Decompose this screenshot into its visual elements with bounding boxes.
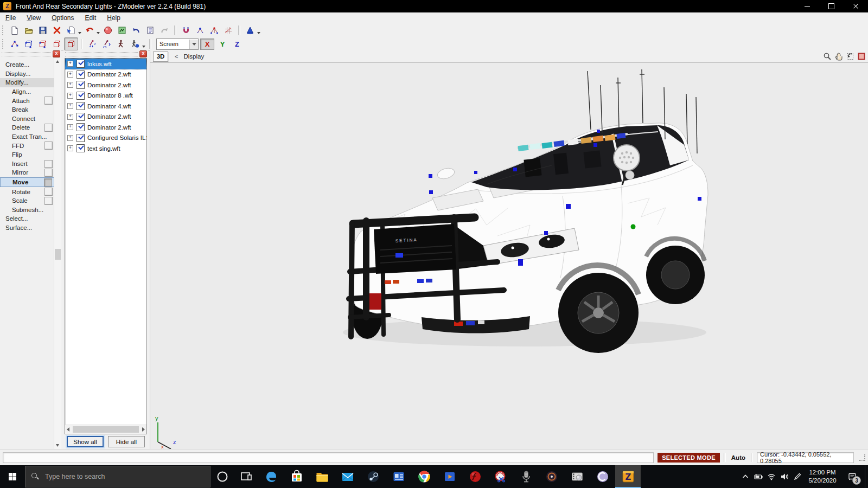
visibility-checkbox[interactable] — [76, 134, 85, 142]
taskbar-app-flash[interactable] — [462, 465, 488, 488]
dropdown-arrow-icon[interactable] — [97, 32, 100, 34]
menu-edit[interactable]: Edit — [80, 14, 102, 22]
redo-button[interactable] — [157, 24, 171, 37]
taskbar-app-steam[interactable] — [360, 465, 386, 488]
revert-button[interactable] — [82, 24, 97, 37]
visibility-checkbox[interactable] — [76, 70, 85, 79]
command-delete[interactable]: Delete — [0, 123, 54, 132]
action-center-button[interactable]: 3 — [841, 465, 864, 488]
taskbar-app-chrome[interactable] — [411, 465, 437, 488]
object-row[interactable]: +Dominator 2.wft — [65, 80, 146, 91]
command-options-box[interactable] — [44, 160, 53, 168]
uv-mapper-button[interactable] — [115, 24, 129, 37]
command-scale[interactable]: Scale — [0, 196, 54, 206]
character-setup-button[interactable] — [128, 37, 142, 50]
object-row[interactable]: +Dominator 2.wft — [65, 69, 146, 80]
cortana-button[interactable] — [210, 465, 234, 488]
drag-grip[interactable] — [65, 52, 138, 56]
visibility-checkbox[interactable] — [76, 81, 85, 89]
object-row[interactable]: +Configured Solaris ILS. — [65, 133, 146, 144]
object-row[interactable]: +Dominator 4.wft — [65, 101, 146, 112]
new-file-button[interactable] — [8, 24, 22, 37]
close-panel-icon[interactable]: x — [53, 50, 60, 57]
scroll-left-icon[interactable] — [67, 427, 69, 432]
select-vertices-button[interactable] — [8, 37, 22, 50]
open-file-button[interactable] — [22, 24, 36, 37]
visibility-checkbox[interactable] — [76, 113, 85, 121]
object-row[interactable]: +Dominator 2.wft — [65, 122, 146, 133]
select-faces-button[interactable] — [36, 37, 50, 50]
taskbar-app-people[interactable] — [386, 465, 411, 488]
axis-y-toggle[interactable]: Y — [216, 39, 229, 49]
command-move[interactable]: Move — [0, 177, 54, 188]
scroll-up-icon[interactable] — [56, 60, 59, 63]
menu-view[interactable]: View — [21, 14, 46, 22]
taskbar-app-mail[interactable] — [335, 465, 360, 488]
visibility-checkbox[interactable] — [76, 123, 85, 131]
command-break[interactable]: Break — [0, 105, 54, 114]
taskbar-app-store[interactable] — [284, 465, 309, 488]
taskbar-app-video-editor[interactable] — [564, 465, 590, 488]
orbit-button[interactable] — [845, 52, 855, 61]
command-exact-tran[interactable]: Exact Tran... — [0, 132, 54, 142]
command-rotate[interactable]: Rotate — [0, 187, 54, 196]
object-row[interactable]: +Dominator 8 .wft — [65, 91, 146, 101]
command-attach[interactable]: Attach — [0, 96, 54, 105]
axis-z-toggle[interactable]: Z — [231, 39, 244, 49]
notes-button[interactable] — [143, 24, 157, 37]
object-row[interactable]: +Dominator 2.wft — [65, 112, 146, 123]
command-submesh[interactable]: Submesh... — [0, 206, 54, 215]
dropdown-arrow-icon[interactable] — [78, 32, 81, 34]
expand-icon[interactable]: + — [67, 93, 73, 99]
command-surface[interactable]: Surface... — [0, 223, 54, 233]
view-mode-label[interactable]: Display — [183, 53, 204, 60]
menu-file[interactable]: File — [0, 14, 21, 22]
taskbar-app-file-explorer[interactable] — [309, 465, 335, 488]
skin-bones-button[interactable] — [100, 37, 114, 50]
command-options-box[interactable] — [44, 169, 53, 177]
command-select[interactable]: Select... — [0, 214, 54, 223]
scroll-down-icon[interactable] — [56, 444, 59, 447]
object-row[interactable]: +text sing.wft — [65, 143, 146, 154]
expand-icon[interactable]: + — [67, 103, 73, 109]
chevron-down-icon[interactable] — [189, 40, 198, 49]
snap-grid-button[interactable] — [221, 24, 235, 37]
command-options-box[interactable] — [44, 188, 53, 196]
command-options-box[interactable] — [44, 124, 53, 132]
viewport-canvas[interactable]: SETINA — [150, 62, 868, 449]
delete-button[interactable] — [50, 24, 64, 37]
skin-vertices-button[interactable] — [86, 37, 100, 50]
view-3d-tab[interactable]: 3D — [153, 52, 168, 62]
magnet-button[interactable] — [179, 24, 193, 37]
tray-chevron-up-button[interactable] — [739, 465, 752, 488]
tray-volume-button[interactable] — [778, 465, 791, 488]
resize-grip[interactable] — [859, 454, 865, 461]
close-button[interactable] — [844, 0, 868, 12]
taskbar-search-input[interactable] — [44, 472, 187, 481]
view-back-arrow[interactable]: < — [175, 53, 178, 60]
pan-button[interactable] — [834, 52, 844, 61]
command-options-box[interactable] — [44, 178, 52, 187]
command-modify[interactable]: Modify... — [0, 78, 54, 87]
expand-icon[interactable]: + — [67, 124, 73, 130]
command-options-box[interactable] — [44, 197, 53, 205]
expand-icon[interactable]: + — [67, 82, 73, 88]
objects-hscrollbar[interactable] — [65, 425, 146, 434]
taskbar-app-microphone[interactable] — [513, 465, 539, 488]
expand-icon[interactable]: + — [67, 114, 73, 120]
axis-x-toggle[interactable]: X — [200, 38, 214, 50]
taskbar-clock[interactable]: 12:00 PM5/20/2020 — [804, 468, 841, 485]
zoom-button[interactable] — [822, 52, 832, 61]
taskbar-app-edge[interactable] — [258, 465, 284, 488]
import-button[interactable] — [64, 24, 78, 37]
tray-battery-button[interactable] — [752, 465, 765, 488]
taskbar-app-zmodeler[interactable]: Z — [615, 465, 641, 488]
save-button[interactable] — [36, 24, 50, 37]
close-panel-icon[interactable]: x — [139, 50, 147, 57]
primitive-cone-button[interactable] — [243, 24, 257, 37]
tray-pen-button[interactable] — [791, 465, 804, 488]
transform-space-select[interactable]: Screen — [156, 38, 199, 50]
commands-scrollbar[interactable] — [54, 58, 61, 449]
expand-icon[interactable]: + — [67, 145, 73, 151]
menu-help[interactable]: Help — [101, 14, 126, 22]
